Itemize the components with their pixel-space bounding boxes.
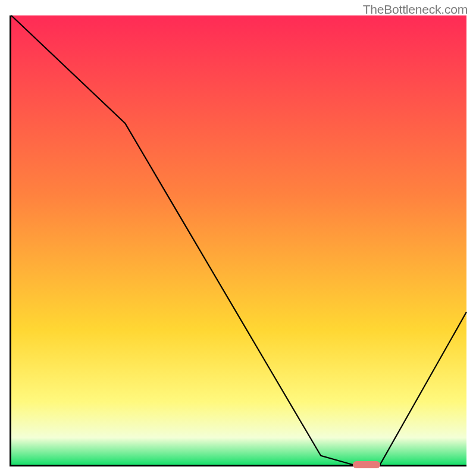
chart-line-series [11,15,466,465]
chart-plot-area [10,15,466,466]
chart-line-path [11,15,466,465]
minimum-marker [353,461,380,468]
watermark-text: TheBottleneck.com [363,2,468,17]
